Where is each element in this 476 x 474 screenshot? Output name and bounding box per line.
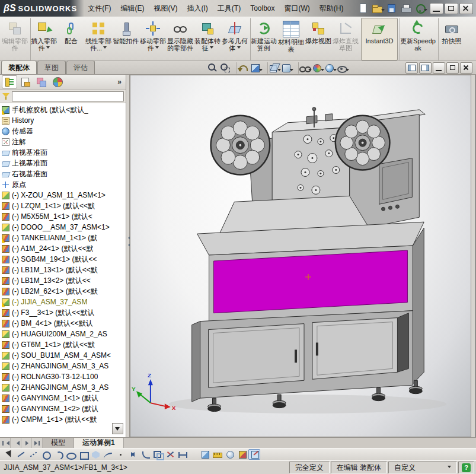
tree-item[interactable]: (-) ROLNAG30-T3-12-L100 [2,371,126,382]
panel-tab[interactable] [50,75,65,88]
command-tab[interactable]: 装配体 [1,61,37,74]
toolbar-button[interactable]: 更新Speedpak [400,18,436,61]
tree-scroll-down-button[interactable] [112,423,123,434]
toolbar-button[interactable]: 智能扣件 [112,18,139,61]
window-control-button[interactable] [445,3,458,14]
tree-item[interactable]: (-) X-ZOU_ASM_11_ASM<1> [2,190,126,201]
tree-item[interactable]: History [2,115,126,126]
tree-item[interactable]: (-) ZHANGJINGM_ASM_3_AS [2,361,126,371]
point-icon[interactable] [114,449,126,460]
section-tool-icon[interactable] [236,449,248,460]
quick-tool-button[interactable] [357,2,369,14]
first-tab-button[interactable] [0,438,11,448]
toolbar-button[interactable]: 拍快照 [438,18,465,61]
ellipse-icon[interactable] [65,449,76,460]
tree-item[interactable]: 传感器 [2,126,126,136]
menu-item[interactable]: 窗口(W) [280,0,315,17]
graphics-viewport[interactable]: Z X Y [130,75,471,437]
tree-item[interactable]: (-) M5X55M_1<1> (默认< [2,211,126,222]
tree-item[interactable]: (-) GANYINGM_1<1> (默认 [2,393,126,403]
tree-item[interactable]: 右视基准面 [2,168,126,179]
tree-item[interactable]: (-) F3__3<1> (默认<<默认 [2,307,126,318]
menu-item[interactable]: 编辑(E) [116,0,149,17]
trim-icon[interactable] [164,449,176,460]
sketch-mode-icon[interactable] [248,449,260,460]
quick-tool-button[interactable] [385,2,398,14]
window-control-button[interactable] [430,3,443,14]
model-tab[interactable]: 模型 [43,438,74,448]
view-tool-button[interactable] [267,62,280,74]
tree-item[interactable]: (-) ZHANGJINGM_ASM_3_AS [2,382,126,393]
status-help-cell[interactable]: ? [458,462,474,473]
tree-item[interactable]: (-) SOU_BU1M_ASM_4_ASM< [2,350,126,361]
toolbar-button[interactable]: 材料明细表 [277,18,305,61]
document-control-button[interactable] [433,62,445,74]
toolbar-button[interactable]: 参考几何体 [221,18,248,61]
filter-funnel-icon[interactable] [2,92,10,100]
measure-icon[interactable] [211,449,223,460]
document-control-button[interactable] [460,62,472,74]
toolbar-button[interactable]: 编辑零部件 [1,18,28,61]
document-control-button[interactable] [446,62,459,74]
spline-icon[interactable] [102,449,114,460]
view-tool-button[interactable] [250,62,262,74]
tree-item[interactable]: (-) GT6M_1<1> (默认<<默 [2,339,126,350]
dimension-icon[interactable] [177,449,189,460]
feature-filter-input[interactable] [12,91,124,101]
circle-icon[interactable] [40,449,52,460]
quick-tool-button[interactable] [414,2,426,14]
view-tool-button[interactable] [280,62,293,74]
mirror-icon[interactable] [127,449,139,460]
document-control-button[interactable] [405,62,418,74]
tree-item[interactable]: 上视基准面 [2,158,126,168]
toolbar-button[interactable]: 显示隐藏的零部件 [167,18,194,61]
tree-item[interactable]: (-) LB1M_13<2> (默认<< [2,275,126,286]
tree-item[interactable]: (-) LB2M_62<1> (默认<<默 [2,286,126,297]
command-tab[interactable]: 评估 [66,61,95,74]
panel-tab[interactable] [18,75,33,88]
tree-item[interactable]: (-) BM_4<1> (默认<<默认 [2,318,126,329]
menu-item[interactable]: Toolbox [245,0,279,17]
last-tab-button[interactable] [32,438,43,448]
toolbar-button[interactable]: Instant3D [361,18,398,61]
polygon-icon[interactable] [90,449,101,460]
toolbar-button[interactable]: 爆炸视图 [305,18,332,61]
centerline-icon[interactable] [27,449,39,460]
tree-item[interactable]: 原点 [2,179,126,190]
rectangle-icon[interactable] [77,449,89,460]
tree-item[interactable]: 前视基准面 [2,147,126,158]
tree-item[interactable]: (-) DOOO__ASM_37_ASM<1> [2,222,126,233]
tree-item[interactable]: (-) LB1M_13<1> (默认<<默 [2,265,126,275]
document-control-button[interactable] [419,62,432,74]
model-tab[interactable]: 运动算例1 [74,438,124,448]
arc-icon[interactable] [52,449,64,460]
model-3d[interactable]: Z X Y [130,75,471,437]
command-tab[interactable]: 草图 [37,61,66,74]
menu-item[interactable]: 工具(T) [213,0,245,17]
view-tool-button[interactable] [311,62,324,74]
tree-item[interactable]: (-) LZQM_1<1> (默认<<默 [2,201,126,211]
tree-item[interactable]: (-) JIJIA_ASM_37_ASM [2,297,126,307]
tree-item[interactable]: (-) CMPM_1<1> (默认<<默 [2,414,126,425]
iso-cube-icon[interactable] [199,449,210,460]
quick-tool-button[interactable] [400,2,412,14]
tree-item[interactable]: (-) GANYINGM_1<2> (默认 [2,403,126,414]
panel-tab[interactable] [34,75,49,88]
window-control-button[interactable] [459,3,473,14]
view-tool-button[interactable] [206,62,219,74]
tree-item[interactable]: (-) SGB4M_19<1> (默认<< [2,254,126,265]
line-icon[interactable] [15,449,27,460]
panel-tab[interactable] [2,75,17,88]
panel-overflow-chevron[interactable]: » [115,78,124,86]
view-tool-button[interactable] [237,62,250,74]
menu-item[interactable]: 文件(F) [83,0,116,17]
tree-item[interactable]: (-) HUAGUI200M_ASM_2_AS [2,329,126,339]
tree-item[interactable]: (-) TANKELIANM_1<1> (默 [2,233,126,243]
tree-item[interactable]: 手机擦胶机 (默认<默认_ [2,104,126,115]
view-tool-button[interactable] [336,62,349,74]
tree-item[interactable]: (-) A1M_24<1> (默认<<默 [2,243,126,254]
view-tool-button[interactable] [219,62,231,74]
toolbar-button[interactable]: 新建运动算例 [250,18,277,61]
toolbar-button[interactable]: 配合 [57,18,85,61]
view-tool-button[interactable] [298,62,311,74]
